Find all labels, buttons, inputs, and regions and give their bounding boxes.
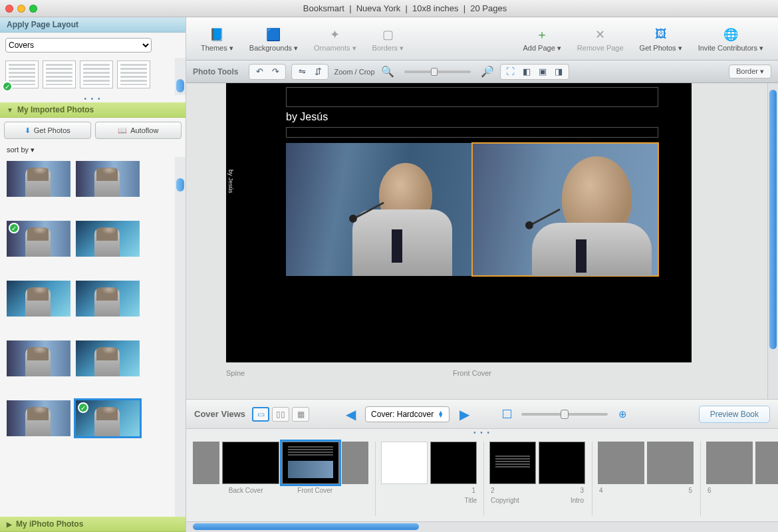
front-cover[interactable]: by Jesús [253,83,692,362]
page-thumb-front-cover[interactable] [282,442,339,484]
zoom-out-icon[interactable]: 🔍 [380,66,395,78]
view-spread-icon[interactable]: ▯▯ [272,407,289,422]
page-thumb-back-cover[interactable] [222,442,279,484]
zoom-window-icon[interactable] [29,5,37,13]
layout-thumb[interactable] [117,61,150,88]
zoom-in-icon[interactable]: 🔎 [480,66,495,78]
layout-dropdown[interactable]: Covers [5,38,152,53]
drag-handle-icon[interactable]: • • • [186,429,778,436]
page-label: Back Cover [229,487,263,494]
layout-thumb[interactable]: ✓ [5,61,39,88]
photo-list: ✓ ✓ [0,157,186,517]
get-photos-button[interactable]: ⬇Get Photos [4,122,91,139]
photo-thumb[interactable] [76,281,140,317]
page-thumb[interactable] [489,442,536,484]
get-photos-icon: 🖼 [652,25,670,44]
filmstrip: Back CoverFront Cover 1 Title 23 Copyrig… [186,436,778,521]
filmstrip-scrollbar[interactable] [186,521,778,532]
filmstrip-zoom-in-icon[interactable]: ⊕ [614,406,630,422]
align-right-icon[interactable]: ◨ [551,66,566,78]
next-page-icon[interactable]: ▶ [456,406,472,422]
page-label: Intro [571,497,584,504]
canvas-area: by Jesús by Jesús Spine Front Cover [186,83,778,399]
page-thumb[interactable] [647,442,694,484]
page-thumb[interactable] [381,442,428,484]
photo-thumb-selected[interactable]: ✓ [76,400,140,436]
page-thumb[interactable] [598,442,644,484]
spine-text: by Jesús [227,170,234,194]
add-page-button[interactable]: ＋Add Page ▾ [523,25,561,53]
rotate-left-icon[interactable]: ↶ [252,66,267,78]
byline-text[interactable]: by Jesús [286,111,658,123]
zoom-slider[interactable] [404,70,471,73]
page-thumb[interactable] [539,442,585,484]
apply-layout-header: Apply Page Layout [0,17,186,33]
flip-horizontal-icon[interactable]: ⇋ [295,66,309,78]
title-placeholder[interactable] [286,87,658,107]
fit-icon[interactable]: ⛶ [503,66,518,78]
photo-thumb[interactable] [7,340,70,376]
align-center-icon[interactable]: ▣ [535,66,550,78]
page-thumb[interactable] [430,442,477,484]
prev-page-icon[interactable]: ◀ [342,406,358,422]
cover-photo-right-selected[interactable] [472,143,658,276]
view-grid-icon[interactable]: ▦ [292,407,309,422]
invite-contributors-button[interactable]: 🌐Invite Contributors ▾ [698,25,763,53]
layout-thumbnails: ✓ [0,58,186,95]
rotate-right-icon[interactable]: ↷ [268,66,283,78]
photo-tools-toolbar: Photo Tools ↶ ↷ ⇋ ⇵ Zoom / Crop 🔍 🔎 ⛶ ◧ … [186,61,778,83]
page-thumb[interactable] [706,442,753,484]
ornaments-button[interactable]: ✦Ornaments ▾ [314,25,356,53]
minimize-window-icon[interactable] [17,5,25,13]
check-icon: ✓ [2,81,13,92]
cover-photo-container [286,143,658,276]
themes-icon: 📘 [207,25,226,44]
layout-select-row: Covers [0,33,186,58]
filmstrip-zoom-out-icon[interactable]: 🞎 [499,406,515,422]
filmstrip-zoom-slider[interactable] [521,413,608,416]
get-photos-toolbar-button[interactable]: 🖼Get Photos ▾ [640,25,682,53]
borders-button[interactable]: ▢Borders ▾ [372,25,404,53]
backgrounds-button[interactable]: 🟦Backgrounds ▾ [249,25,298,53]
layout-thumb[interactable] [43,61,76,88]
photo-thumb[interactable] [76,340,140,376]
close-window-icon[interactable] [5,5,13,13]
view-single-icon[interactable]: ▭ [252,407,269,422]
page-thumb[interactable] [193,442,219,484]
photo-thumb[interactable]: ✓ [7,221,70,257]
cover-photo-left[interactable] [286,143,472,276]
cover-type-dropdown[interactable]: Cover: Hardcover▲▼ [365,406,450,422]
disclosure-triangle-icon: ▼ [7,106,13,114]
themes-button[interactable]: 📘Themes ▾ [201,25,233,53]
align-left-icon[interactable]: ◧ [519,66,534,78]
sort-by-dropdown[interactable]: sort by ▾ [0,143,186,157]
spine[interactable]: by Jesús [226,83,253,362]
layout-thumb[interactable] [80,61,113,88]
remove-page-button[interactable]: ✕Remove Page [577,25,624,52]
canvas-scrollbar[interactable] [767,83,778,399]
photo-thumb[interactable] [76,161,140,197]
check-icon: ✓ [78,402,88,413]
iphoto-photos-header[interactable]: ▶ My iPhoto Photos [0,517,186,532]
page-num: 1 [471,487,475,494]
page-thumb[interactable] [755,442,778,484]
photo-thumb[interactable] [76,221,140,257]
autoflow-button[interactable]: 📖Autoflow [95,122,182,139]
subtitle-placeholder[interactable] [286,127,658,138]
flip-vertical-icon[interactable]: ⇵ [311,66,325,78]
photo-thumb[interactable] [7,400,70,436]
layout-scrollbar[interactable] [175,58,186,95]
preview-book-button[interactable]: Preview Book [699,406,770,423]
check-icon: ✓ [9,223,19,233]
drag-handle-icon[interactable]: • • • [0,95,186,102]
photo-thumb[interactable] [7,161,70,197]
page-num: 5 [688,487,692,494]
page-num: 6 [708,487,712,494]
page-thumb[interactable] [342,442,368,484]
page-label: Front Cover [297,487,332,494]
photo-thumb[interactable] [7,281,70,317]
imported-photos-header[interactable]: ▼ My Imported Photos [0,102,186,118]
border-dropdown[interactable]: Border ▾ [729,65,771,78]
page-label: Copyright [491,497,519,504]
photo-scrollbar[interactable] [175,157,186,517]
